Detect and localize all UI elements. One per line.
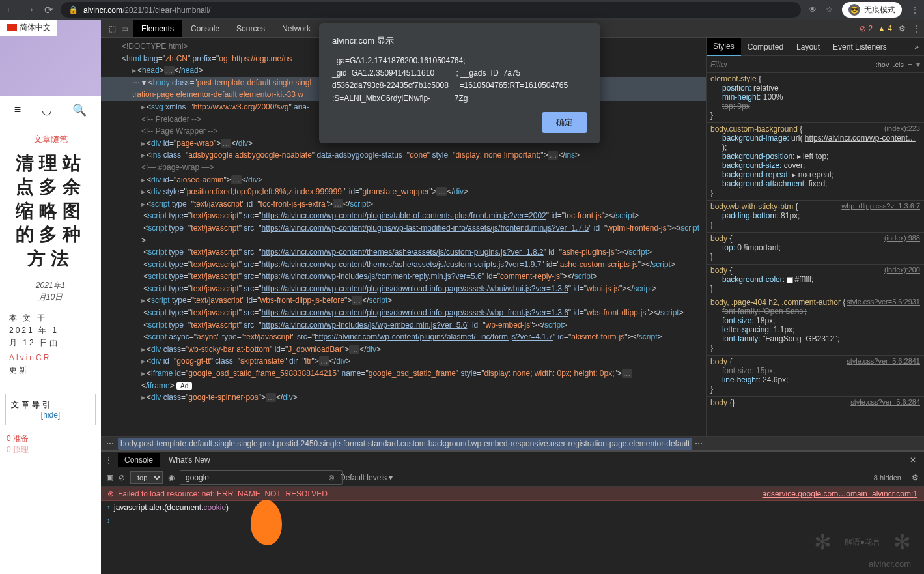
- ctab-whatsnew[interactable]: What's New: [162, 453, 217, 467]
- styles-rules[interactable]: element.style {position: relativemin-hei…: [707, 73, 924, 436]
- page-iconbar: ≡ ◡ 🔍: [0, 96, 101, 124]
- eye-off-icon[interactable]: 👁: [809, 5, 817, 14]
- alert-dialog: alvincr.com 显示 _ga=GA1.2.1741876200.1610…: [319, 23, 600, 143]
- hero-image: 简体中文: [0, 20, 101, 96]
- flag-icon: [7, 24, 17, 31]
- language-selector[interactable]: 简体中文: [0, 20, 57, 36]
- eye-icon[interactable]: ◉: [168, 473, 175, 482]
- search-icon[interactable]: 🔍: [72, 103, 87, 117]
- address-bar[interactable]: 🔒 alvincr.com/2021/01/clear-thumbnail/: [61, 2, 801, 18]
- prompt-icon: ›: [107, 516, 110, 525]
- hidden-count[interactable]: 8 hidden: [874, 474, 901, 481]
- stab-computed[interactable]: Computed: [741, 38, 790, 55]
- styles-pane: Styles Computed Layout Event Listeners »…: [706, 38, 924, 436]
- browser-right-icons: 👁 ☆ 😎 无痕模式 ⋮: [809, 2, 919, 18]
- error-source[interactable]: adservice.google.com…omain=alvincr.com:1: [763, 489, 917, 498]
- incognito-icon: 😎: [848, 4, 860, 16]
- hamburger-icon[interactable]: ≡: [14, 103, 21, 117]
- more-styles-icon[interactable]: ▾: [916, 60, 920, 69]
- gear-icon[interactable]: ⚙: [893, 24, 911, 33]
- webpage-panel: 简体中文 ≡ ◡ 🔍 文章随笔 清理站点多余缩略图的多种方法 2021年1 月1…: [0, 20, 101, 574]
- dialog-title: alvincr.com 显示: [332, 35, 587, 47]
- issue-counts[interactable]: ⊘ 2 ▲ 4: [860, 24, 892, 33]
- drawer-menu-icon[interactable]: ⋮: [105, 455, 113, 465]
- tab-sources[interactable]: Sources: [229, 20, 273, 37]
- styles-tabs: Styles Computed Layout Event Listeners »: [707, 38, 924, 56]
- incognito-label: 无痕模式: [864, 5, 895, 16]
- lock-icon: 🔒: [68, 5, 78, 14]
- toc-item[interactable]: 0 原理: [7, 444, 94, 455]
- console-toolbar: ▣ ⊘ top ◉ ⊗ Default levels ▾ 8 hidden ⚙: [101, 468, 924, 487]
- browser-toolbar: ← → ⟳ 🔒 alvincr.com/2021/01/clear-thumbn…: [0, 0, 924, 20]
- levels-dropdown[interactable]: Default levels ▾: [340, 473, 393, 482]
- nav-buttons: ← → ⟳: [5, 4, 53, 16]
- inspect-icon[interactable]: ⬚: [109, 24, 116, 33]
- toc-list: 0 准备 0 原理: [0, 433, 101, 455]
- url-text: alvincr.com/2021/01/clear-thumbnail/: [83, 5, 210, 15]
- toc-box: 文章导引 [hide]: [5, 394, 96, 425]
- mask-icon[interactable]: ◡: [42, 103, 52, 117]
- language-label: 简体中文: [20, 22, 51, 33]
- more-icon[interactable]: »: [909, 42, 924, 51]
- drawer-close-icon[interactable]: ✕: [906, 455, 920, 465]
- dialog-ok-button[interactable]: 确定: [542, 112, 587, 133]
- toc-title: 文章导引: [11, 400, 53, 409]
- back-icon[interactable]: ←: [5, 4, 16, 16]
- tab-console[interactable]: Console: [183, 20, 227, 37]
- console-output[interactable]: ⊗ Failed to load resource: net::ERR_NAME…: [101, 487, 924, 574]
- console-prompt[interactable]: ›: [101, 514, 924, 527]
- console-gear-icon[interactable]: ⚙: [912, 473, 919, 482]
- hov-toggle[interactable]: :hov: [876, 61, 889, 68]
- redaction-blob: [251, 500, 282, 545]
- tab-network[interactable]: Network: [274, 20, 318, 37]
- kebab-icon[interactable]: ⋮: [912, 24, 920, 33]
- reload-icon[interactable]: ⟳: [44, 4, 53, 16]
- toc-item[interactable]: 0 准备: [7, 433, 94, 444]
- error-icon: ⊗: [107, 489, 114, 498]
- post-title: 清理站点多余缩略图的多种方法: [7, 152, 94, 270]
- console-filter-input[interactable]: [180, 470, 343, 485]
- stab-styles[interactable]: Styles: [707, 38, 741, 56]
- styles-filter-input[interactable]: [710, 60, 872, 69]
- tab-elements[interactable]: Elements: [133, 20, 182, 37]
- stab-events[interactable]: Event Listeners: [826, 38, 893, 55]
- ad-badge: Ad: [176, 382, 192, 390]
- dialog-body: _ga=GA1.2.1741876200.1610504764; _gid=GA…: [332, 55, 587, 107]
- post-date: 2021年1 月10日: [7, 280, 94, 303]
- toc-hide[interactable]: hide: [43, 410, 58, 420]
- sidebar-toggle-icon[interactable]: ▣: [106, 473, 113, 482]
- forward-icon[interactable]: →: [25, 4, 35, 16]
- console-input-line[interactable]: › javascript:alert(document.cookie): [101, 501, 924, 514]
- console-drawer: ⋮ Console What's New ✕ ▣ ⊘ top ◉ ⊗ Defau…: [101, 450, 924, 574]
- prompt-icon: ›: [107, 503, 110, 512]
- error-text: Failed to load resource: net::ERR_NAME_N…: [118, 489, 328, 498]
- menu-icon[interactable]: ⋮: [911, 5, 919, 14]
- ctab-console[interactable]: Console: [118, 453, 160, 467]
- console-tabs: ⋮ Console What's New ✕: [101, 452, 924, 468]
- console-error-line[interactable]: ⊗ Failed to load resource: net::ERR_NAME…: [101, 487, 924, 501]
- device-icon[interactable]: ▭: [121, 24, 128, 33]
- add-rule-icon[interactable]: +: [908, 60, 912, 69]
- author-link[interactable]: AlvinCR: [9, 353, 51, 362]
- incognito-badge: 😎 无痕模式: [842, 2, 902, 18]
- clear-console-icon[interactable]: ⊘: [119, 473, 125, 482]
- post-meta: 本 文 于 2021 年 1 月 12 日由 AlvinCR 更新: [7, 312, 94, 377]
- stab-layout[interactable]: Layout: [790, 38, 826, 55]
- star-icon[interactable]: ☆: [826, 5, 833, 14]
- element-breadcrumb[interactable]: ⋯ body.post-template-default.single.sing…: [101, 436, 924, 450]
- cls-toggle[interactable]: .cls: [893, 61, 904, 68]
- post-category[interactable]: 文章随笔: [7, 134, 94, 145]
- context-select[interactable]: top: [130, 471, 163, 484]
- styles-filter-bar: :hov .cls + ▾: [707, 56, 924, 73]
